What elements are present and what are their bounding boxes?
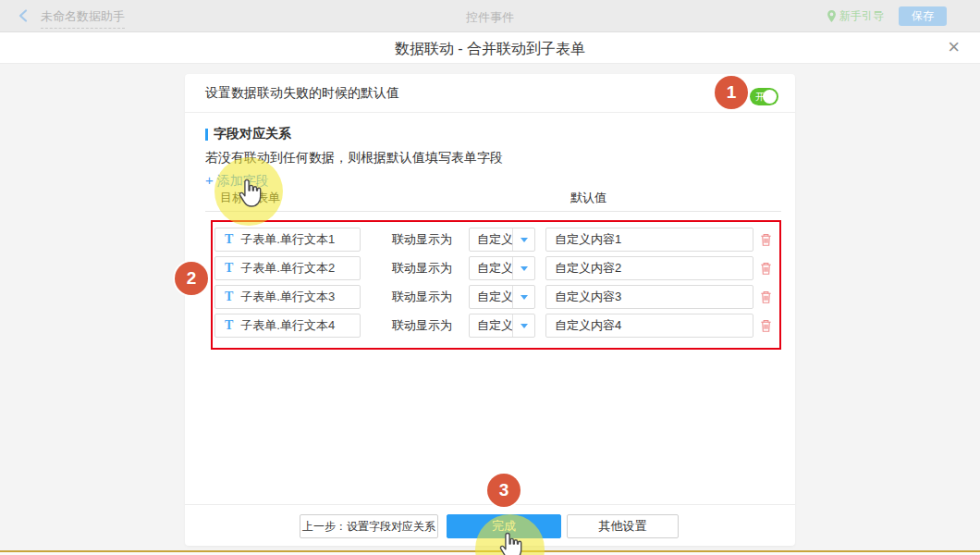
default-value-toggle[interactable]: 开 — [750, 88, 778, 105]
dialog-title: 数据联动 - 合并联动到子表单 — [0, 40, 980, 59]
close-icon[interactable]: × — [948, 35, 960, 59]
topbar: 未命名数据助手 控件事件 新手引导 保存 — [0, 0, 980, 32]
guide-link[interactable]: 新手引导 — [827, 8, 884, 24]
save-button[interactable]: 保存 — [899, 6, 947, 26]
toggle-knob — [763, 90, 777, 104]
dialog-header: 数据联动 - 合并联动到子表单 × — [0, 32, 980, 64]
section-title: 字段对应关系 — [214, 126, 291, 142]
column-header-default: 默认值 — [570, 190, 606, 206]
location-pin-icon — [827, 9, 837, 23]
hand-cursor-icon — [496, 531, 525, 555]
header-divider — [205, 211, 781, 212]
annotation-step-2: 2 — [175, 262, 208, 295]
annotation-step-3: 3 — [487, 474, 521, 507]
page: 未命名数据助手 控件事件 新手引导 保存 数据联动 - 合并联动到子表单 × 设… — [0, 0, 980, 555]
section-accent-bar — [205, 129, 208, 141]
guide-label: 新手引导 — [839, 8, 884, 24]
default-value-title: 设置数据联动失败的时候的默认值 — [205, 85, 399, 102]
settings-card: 设置数据联动失败的时候的默认值 开 字段对应关系 若没有联动到任何数据，则根据默… — [185, 74, 795, 546]
default-value-header: 设置数据联动失败的时候的默认值 开 — [185, 74, 795, 113]
prev-step-button[interactable]: 上一步：设置字段对应关系 — [300, 514, 438, 538]
hand-cursor-icon — [235, 178, 264, 211]
plus-icon: + — [205, 172, 214, 188]
annotation-outline-box — [211, 220, 781, 350]
other-settings-button[interactable]: 其他设置 — [567, 514, 679, 538]
annotation-step-1: 1 — [715, 76, 748, 109]
